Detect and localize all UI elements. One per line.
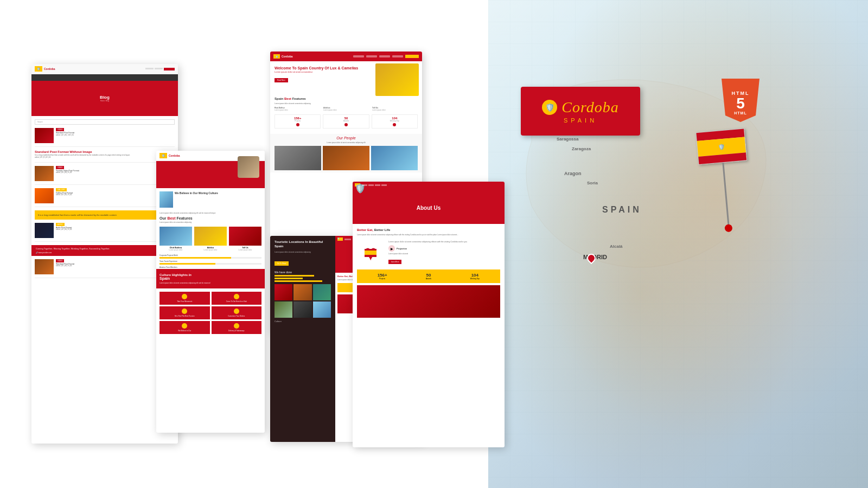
blog-nav-item-2 xyxy=(155,68,163,69)
aragon-map-label: Aragon xyxy=(564,171,582,176)
home-features: Spain Best Features Lorem ipsum dolor si… xyxy=(270,94,422,132)
home-logo-icon: 🛡️ xyxy=(273,54,280,59)
features-title-best: Best xyxy=(284,97,291,100)
soria-map-label: Soria xyxy=(587,181,598,185)
spain-flag-pin: 🛡️ xyxy=(695,128,752,229)
stat-3: 104 Working Exp xyxy=(453,273,497,280)
blog-hero: Blog Home / Blog xyxy=(31,81,178,116)
person-image-2 xyxy=(323,146,369,170)
culture-section: Culture Highlights In Spain Lorem ipsum … xyxy=(156,269,265,288)
tour-done-bar-3 xyxy=(275,280,322,282)
culture-body: We Believe in Our Woring Culture Lorem i… xyxy=(156,188,265,337)
html5-shape: HTML 5 HTML xyxy=(722,79,760,122)
blog-logo-bar: 🛡️ Cordoba xyxy=(31,64,178,74)
projective-label: Projective xyxy=(397,247,407,250)
person-cards: We Believe in Our Woring Culture xyxy=(159,191,218,208)
blog-mock-logo: 🛡️ Cordoba xyxy=(35,66,55,72)
home-counters: 156+ Projects 50 Awards 104 Working Exp xyxy=(275,114,418,129)
home-nav-3 xyxy=(379,55,390,57)
mini-flag-mid xyxy=(365,251,376,255)
culture-card-6: Delivery & Takeaways xyxy=(212,321,262,334)
culture-card-5: We Believe in Our xyxy=(159,321,210,334)
culture-card-icon-3 xyxy=(182,309,187,314)
progress-label-1: Corporate Projects Worth xyxy=(159,254,261,256)
blog-nav-items xyxy=(145,68,175,70)
culture-logo-icon: 🛡️ xyxy=(159,153,167,158)
culture-card-text-6: Delivery & Takeaways xyxy=(214,330,260,332)
flag-rect: 🛡️ xyxy=(695,128,747,165)
culture-mock-logo: 🛡️ Cordoba xyxy=(159,153,180,158)
about-hero: About Us xyxy=(353,191,505,224)
blog-logo-icon: 🛡️ xyxy=(35,66,42,72)
home-nav-2 xyxy=(366,55,377,57)
stat-2-label: Awards xyxy=(406,278,450,280)
highlight-text: It is a long established fact that a rea… xyxy=(38,214,171,216)
spain-map-label: SPAIN xyxy=(602,205,642,215)
blog-post-img-1 xyxy=(35,128,54,143)
blog-post-item-2: Standard Post Format Without Image It is… xyxy=(35,150,175,163)
about-nav: 🛡️ xyxy=(353,182,505,191)
person-image-3 xyxy=(371,146,418,170)
post-tag-1: VIDEO xyxy=(56,128,64,131)
flag-pole xyxy=(722,163,729,228)
gallery-img-2 xyxy=(293,284,311,300)
map-background: MADRID SPAIN Aragon Alcalá Zaragoza Sori… xyxy=(488,0,868,488)
home-hero-image xyxy=(375,63,419,96)
blog-post-item-4: GALLERY Gallery Post Format admin | 42 |… xyxy=(35,188,175,207)
counter-2-label: Awards xyxy=(325,120,367,122)
about-section-title: Better Eat, Better Life xyxy=(357,228,500,232)
feature-1: Real Arthur Lorem ipsum dolor xyxy=(275,107,320,111)
cordoba-spain-label: SPAIN xyxy=(564,117,597,124)
about-learn-more: learn More xyxy=(388,260,401,264)
projective-row: ▶ Projective xyxy=(388,245,500,252)
counter-3: 104 Working Exp xyxy=(372,114,418,129)
feature-3-desc: Lorem ipsum dolor xyxy=(372,109,418,111)
stat-3-label: Working Exp xyxy=(453,278,497,280)
about-better-life: Better Life xyxy=(374,228,391,232)
team-card-img-2 xyxy=(194,227,227,246)
team-role-3: Lorem ipsum dolor xyxy=(229,249,261,251)
person-images-row: We Believe in Our Woring Culture xyxy=(159,191,218,208)
bf-title-best: Best xyxy=(167,216,175,220)
about-team-image xyxy=(357,285,500,318)
about-nav-4 xyxy=(381,184,387,186)
blog-footer-text: Coming Together, Sharing Together, Worki… xyxy=(36,247,174,251)
zaragoza-map-label: Zaragoza xyxy=(572,146,591,151)
gallery-img-3 xyxy=(313,284,331,300)
features-desc: Lorem ipsum dolor sit amet consectetur a… xyxy=(275,102,418,105)
progress-label-3: Amateur Team Members xyxy=(159,266,261,268)
blog-footer-link: 🔗 www.youtube.com xyxy=(36,252,174,254)
team-role-1: Lorem ipsum dolor xyxy=(159,249,192,251)
alcala-map-label: Alcalá xyxy=(610,244,623,249)
team-card-1: Chief Andrew Lorem ipsum dolor xyxy=(159,227,192,251)
home-nav-1 xyxy=(353,55,364,57)
home-people: Our People Lorem ipsum dolor sit amet co… xyxy=(270,134,422,172)
people-images xyxy=(275,146,418,170)
counter-2-dot xyxy=(344,123,348,126)
team-card-img-1 xyxy=(159,227,192,246)
spain-mini-flag xyxy=(365,249,376,257)
about-nav-logo: 🛡️ xyxy=(355,183,360,187)
progress-track-1 xyxy=(159,257,261,259)
feature-1-desc: Lorem ipsum dolor xyxy=(275,109,320,111)
post-title-2: Standard Post Format Without Image xyxy=(35,150,175,153)
culture-cards-grid: Take Your Movement Come To Get Here for … xyxy=(159,292,261,334)
about-body: Better Eat, Better Life Lorem ipsum dolo… xyxy=(353,224,505,322)
blog-highlight-row: It is a long established fact that a rea… xyxy=(35,210,175,220)
culture-card-text-5: We Believe in Our xyxy=(162,330,208,332)
tour-cta: Go To Show xyxy=(275,261,289,266)
home-nav-items xyxy=(295,55,419,58)
about-nav-inner: 🛡️ xyxy=(353,182,505,188)
person-img-small xyxy=(159,191,173,208)
culture-card-text-3: He's Find The Best Tourism xyxy=(162,315,208,317)
tour-done-bar-2 xyxy=(275,278,303,279)
post-meta-1: admin | 42 | 45 | 102 | 41 xyxy=(56,134,175,137)
html5-number: 5 xyxy=(736,96,745,111)
culture-card-icon-4 xyxy=(234,309,239,314)
culture-card-icon-1 xyxy=(182,294,187,299)
olive-image xyxy=(238,156,259,178)
about-nav-3 xyxy=(375,184,380,186)
team-role-2: Lorem ipsum dolor xyxy=(194,249,227,251)
blog-post-item-3: VIDEO Youtube Video Post Format admin | … xyxy=(35,166,175,185)
culture-card-icon-6 xyxy=(234,323,239,329)
